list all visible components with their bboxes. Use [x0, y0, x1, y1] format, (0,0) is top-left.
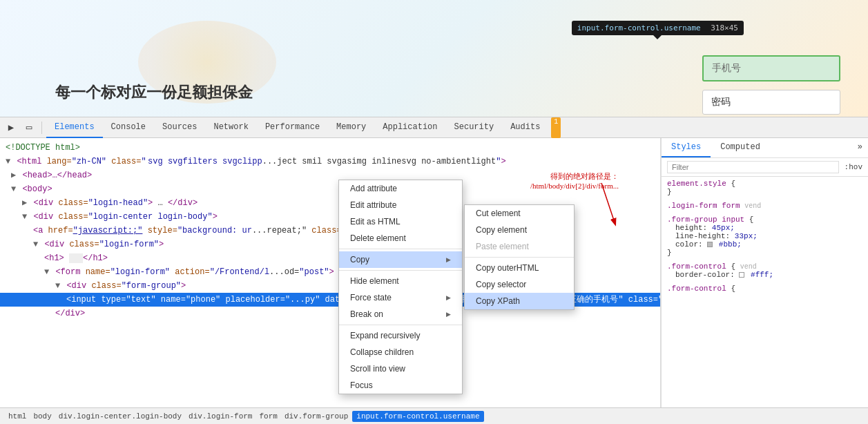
tab-security[interactable]: Security	[446, 117, 503, 138]
ctx-focus[interactable]: Focus	[339, 377, 462, 394]
style-rule-form-group: .form-group input { height: 45px; line-h…	[667, 215, 862, 257]
tag-html: <html	[17, 157, 41, 166]
dom-panel[interactable]: <!DOCTYPE html> ▼ <html lang="zh-CN" cla…	[0, 138, 661, 407]
expand-arrow[interactable]: ▼	[6, 157, 10, 166]
bc-html[interactable]: html	[6, 412, 29, 421]
sub-paste-element: Paste element	[465, 238, 574, 255]
devtools-toolbar: ▶ ▭ Elements Console Sources Network Per…	[0, 117, 868, 138]
bc-login-form[interactable]: div.login-form	[186, 412, 255, 421]
ctx-break-on[interactable]: Break on	[339, 306, 462, 322]
bc-form[interactable]: form	[256, 412, 280, 421]
sub-copy-selector[interactable]: Copy selector	[465, 276, 574, 293]
style-rule-login-form: .login-form form vend	[667, 202, 862, 210]
sub-copy-xpath[interactable]: Copy XPath	[465, 293, 574, 309]
sub-copy-element[interactable]: Copy element	[465, 222, 574, 238]
tab-memory[interactable]: Memory	[328, 117, 374, 138]
ctx-separator	[339, 325, 462, 325]
preview-password-input: 密码	[702, 90, 840, 115]
expand-arrow[interactable]: ▼	[11, 184, 16, 194]
expand-arrow[interactable]: ▼	[44, 267, 49, 277]
style-rule-element: element.style { }	[667, 180, 862, 196]
filter-hov[interactable]: :hov	[845, 163, 862, 171]
styles-tabs: Styles Computed »	[662, 138, 868, 158]
inspect-icon[interactable]: ▶	[3, 119, 19, 136]
ctx-expand-recursively[interactable]: Expand recursively	[339, 327, 462, 344]
svg-line-0	[601, 183, 615, 224]
ctx-copy[interactable]: Copy	[339, 251, 462, 268]
sub-separator	[465, 257, 574, 258]
color-swatch-fff	[739, 272, 744, 278]
ctx-hide-element[interactable]: Hide element	[339, 273, 462, 289]
dom-line[interactable]: ▼ <html lang="zh-CN" class=" svg svgfilt…	[0, 155, 660, 168]
style-close: }	[667, 188, 862, 196]
tab-network[interactable]: Network	[205, 117, 256, 138]
styles-tab-computed[interactable]: Computed	[711, 138, 770, 157]
bc-login-center[interactable]: div.login-center.login-body	[56, 412, 184, 421]
toolbar-separator	[41, 122, 42, 134]
tab-application[interactable]: Application	[374, 117, 445, 138]
bc-input-selected[interactable]: input.form-control.username	[352, 411, 483, 422]
bc-form-group[interactable]: div.form-group	[282, 412, 351, 421]
tooltip-size: 318×45	[711, 23, 738, 32]
styles-tab-more[interactable]: »	[852, 138, 868, 157]
ctx-delete-element[interactable]: Delete element	[339, 230, 462, 247]
expand-arrow[interactable]: ▼	[22, 212, 27, 222]
ctx-collapse-children[interactable]: Collapse children	[339, 344, 462, 360]
ctx-edit-as-html[interactable]: Edit as HTML	[339, 213, 462, 230]
styles-content: element.style { } .login-form form vend …	[662, 177, 868, 301]
bc-body[interactable]: body	[30, 412, 54, 421]
expand-arrow[interactable]: ▶	[22, 198, 27, 208]
expand-arrow[interactable]: ▼	[33, 240, 38, 249]
tab-console[interactable]: Console	[103, 117, 154, 138]
sub-cut-element[interactable]: Cut element	[465, 205, 574, 222]
ctx-scroll-into-view[interactable]: Scroll into view	[339, 360, 462, 377]
expand-arrow[interactable]: ▼	[55, 281, 60, 291]
breadcrumb-bar: html body div.login-center.login-body di…	[0, 407, 868, 424]
styles-tab-styles[interactable]: Styles	[662, 138, 711, 157]
styles-panel: Styles Computed » :hov element.style { }…	[661, 138, 868, 407]
tab-performance[interactable]: Performance	[257, 117, 328, 138]
color-swatch-bbb	[707, 242, 713, 247]
style-rule-form-control: .form-control { vend border-color: #fff;	[667, 262, 862, 279]
ctx-separator	[339, 270, 462, 271]
dom-line: <!DOCTYPE html>	[0, 141, 660, 155]
doctype-comment: <!DOCTYPE html>	[6, 143, 80, 153]
ctx-force-state[interactable]: Force state	[339, 289, 462, 306]
annotation-arrow	[581, 180, 622, 235]
ctx-separator	[339, 249, 462, 249]
sub-menu-copy: Cut element Copy element Paste element C…	[464, 204, 575, 310]
tab-sources[interactable]: Sources	[154, 117, 205, 138]
warning-badge: 1	[551, 117, 561, 138]
tab-bar: Elements Console Sources Network Perform…	[46, 117, 865, 138]
filter-input[interactable]	[667, 161, 839, 173]
main-content: <!DOCTYPE html> ▼ <html lang="zh-CN" cla…	[0, 138, 868, 407]
preview-title: 每一个标对应一份足额担保金	[55, 82, 253, 103]
preview-area: 每一个标对应一份足额担保金 input.form-control.usernam…	[0, 0, 868, 117]
ctx-edit-attribute[interactable]: Edit attribute	[339, 197, 462, 213]
expand-arrow[interactable]: ▶	[11, 171, 16, 180]
tab-elements[interactable]: Elements	[46, 117, 103, 138]
ctx-add-attribute[interactable]: Add attribute	[339, 180, 462, 197]
preview-phone-input: 手机号	[702, 55, 840, 81]
style-selector: element.style {	[667, 180, 862, 188]
style-rule-form-control-2: .form-control {	[667, 285, 862, 293]
sub-copy-outerhtml[interactable]: Copy outerHTML	[465, 260, 574, 276]
filter-bar: :hov	[662, 158, 868, 177]
context-menu: Add attribute Edit attribute Edit as HTM…	[338, 180, 463, 394]
tooltip-selector: input.form-control.username	[577, 23, 701, 32]
attr-lang: lang=	[47, 157, 72, 166]
element-tooltip: input.form-control.username 318×45	[572, 21, 744, 35]
tab-audits[interactable]: Audits	[502, 117, 548, 138]
device-icon[interactable]: ▭	[21, 119, 37, 136]
